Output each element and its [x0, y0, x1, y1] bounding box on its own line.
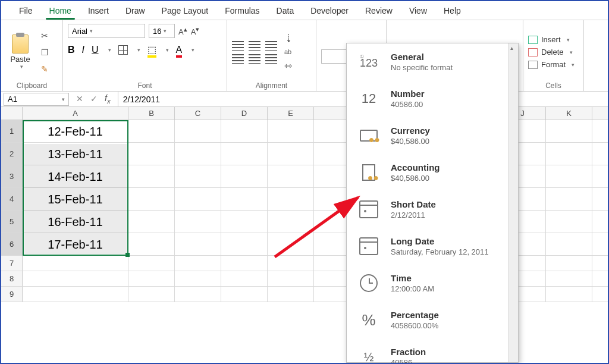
align-center-icon[interactable] [249, 54, 260, 64]
tab-review[interactable]: Review [357, 1, 401, 20]
cell[interactable] [268, 287, 314, 302]
cell[interactable]: 16-Feb-11 [23, 211, 128, 233]
cell[interactable] [221, 165, 268, 187]
cell[interactable] [221, 188, 268, 210]
format-option-time[interactable]: Time12:00:00 AM [347, 265, 518, 302]
format-option-long-date[interactable]: Long DateSaturday, February 12, 2011 [347, 228, 518, 265]
cell[interactable] [128, 233, 175, 255]
cell[interactable] [175, 143, 221, 165]
cell[interactable] [221, 120, 268, 142]
cell[interactable] [546, 256, 592, 271]
cell[interactable] [546, 271, 592, 286]
tab-page-layout[interactable]: Page Layout [153, 1, 217, 20]
row-header[interactable]: 5 [1, 211, 23, 233]
tab-draw[interactable]: Draw [117, 1, 153, 20]
cell[interactable] [268, 120, 314, 142]
col-header-b[interactable]: B [128, 107, 175, 120]
align-bottom-icon[interactable] [265, 41, 277, 51]
cell[interactable] [268, 271, 314, 286]
cell[interactable]: 15-Feb-11 [23, 188, 128, 210]
format-cells-button[interactable]: Format▾ [528, 60, 575, 69]
cell[interactable] [128, 188, 175, 210]
format-option-accounting[interactable]: ●●Accounting$40,586.00 [347, 154, 518, 191]
popup-scrollbar[interactable] [508, 43, 518, 362]
merge-button[interactable]: ⇿ [284, 60, 294, 71]
tab-home[interactable]: Home [41, 1, 80, 20]
format-option-general[interactable]: ①123GeneralNo specific format [347, 43, 518, 80]
align-right-icon[interactable] [265, 54, 277, 64]
align-top-icon[interactable] [232, 41, 244, 51]
format-option-short-date[interactable]: Short Date2/12/2011 [347, 191, 518, 228]
cell[interactable] [23, 271, 128, 286]
tab-developer[interactable]: Developer [302, 1, 357, 20]
cell[interactable] [128, 120, 175, 142]
bold-button[interactable]: B [68, 45, 75, 55]
row-header[interactable]: 8 [1, 271, 23, 286]
row-header[interactable]: 1 [1, 120, 23, 142]
cell[interactable]: 14-Feb-11 [23, 165, 128, 187]
cell[interactable]: 17-Feb-11 [23, 233, 128, 255]
format-option-number[interactable]: 12Number40586.00 [347, 80, 518, 117]
cell[interactable] [268, 211, 314, 233]
tab-help[interactable]: Help [435, 1, 469, 20]
cell[interactable] [546, 287, 592, 302]
cell[interactable] [128, 143, 175, 165]
cell[interactable]: 13-Feb-11 [23, 143, 128, 165]
col-header-e[interactable]: E [268, 107, 314, 120]
align-left-icon[interactable] [232, 54, 244, 64]
insert-cells-button[interactable]: Insert▾ [528, 35, 575, 44]
cell[interactable] [221, 143, 268, 165]
cell[interactable] [175, 211, 221, 233]
row-header[interactable]: 7 [1, 256, 23, 271]
paste-button[interactable]: Paste ▾ [6, 34, 34, 70]
increase-font-icon[interactable]: A▴ [178, 26, 187, 36]
align-middle-icon[interactable] [249, 41, 260, 51]
row-header[interactable]: 2 [1, 143, 23, 165]
cell[interactable] [175, 271, 221, 286]
cell[interactable] [128, 287, 175, 302]
cell[interactable] [175, 165, 221, 187]
cell[interactable] [175, 233, 221, 255]
col-header-d[interactable]: D [221, 107, 268, 120]
cell[interactable] [23, 287, 128, 302]
cell[interactable] [175, 188, 221, 210]
borders-button[interactable] [118, 45, 128, 55]
wrap-text-button[interactable]: ab [284, 48, 294, 55]
cell[interactable] [546, 188, 592, 210]
format-option-fraction[interactable]: ½Fraction40586 [347, 338, 518, 364]
orientation-button[interactable]: ⭭ [284, 33, 294, 43]
format-option-percentage[interactable]: %Percentage4058600.00% [347, 302, 518, 338]
tab-file[interactable]: File [11, 1, 41, 20]
tab-insert[interactable]: Insert [80, 1, 117, 20]
cell[interactable]: 12-Feb-11 [23, 120, 128, 142]
format-painter-icon[interactable]: ✎ [38, 63, 51, 75]
font-size-select[interactable]: 16▾ [149, 24, 175, 38]
row-header[interactable]: 6 [1, 233, 23, 255]
cell[interactable] [128, 271, 175, 286]
fill-color-button[interactable]: ⬚ [147, 44, 156, 55]
cell[interactable] [268, 233, 314, 255]
col-header-k[interactable]: K [546, 107, 592, 120]
select-all-corner[interactable] [1, 107, 23, 120]
fx-icon[interactable]: fx [105, 93, 111, 105]
cell[interactable] [221, 256, 268, 271]
cell[interactable] [546, 120, 592, 142]
cancel-formula-icon[interactable]: ✕ [76, 94, 83, 103]
cell[interactable] [128, 211, 175, 233]
cell[interactable] [546, 165, 592, 187]
col-header-c[interactable]: C [175, 107, 221, 120]
cell[interactable] [175, 256, 221, 271]
cell[interactable] [221, 287, 268, 302]
tab-data[interactable]: Data [268, 1, 303, 20]
cell[interactable] [268, 256, 314, 271]
cell[interactable] [128, 165, 175, 187]
cell[interactable] [221, 271, 268, 286]
cell[interactable] [546, 233, 592, 255]
cell[interactable] [221, 233, 268, 255]
row-header[interactable]: 4 [1, 188, 23, 210]
delete-cells-button[interactable]: Delete▾ [528, 48, 575, 57]
cell[interactable] [546, 143, 592, 165]
cut-icon[interactable]: ✂ [38, 30, 51, 42]
format-option-currency[interactable]: ●●Currency$40,586.00 [347, 117, 518, 154]
cell[interactable] [128, 256, 175, 271]
